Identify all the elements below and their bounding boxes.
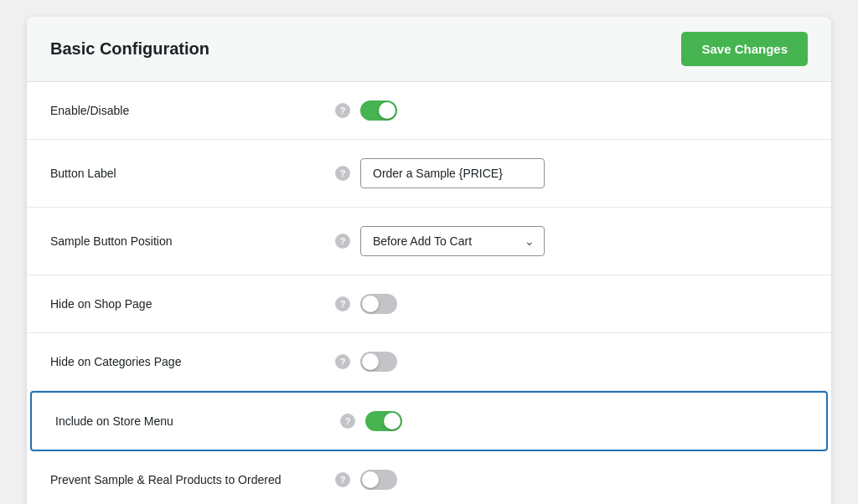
select-sample-button-position[interactable]: Before Add To CartAfter Add To CartBefor… [360,226,545,256]
settings-card: Basic Configuration Save Changes Enable/… [27,17,831,504]
row-control-enable-disable: ? [335,100,397,121]
row-label-hide-on-categories-page: Hide on Categories Page [50,355,335,368]
toggle-thumb-hide-on-shop-page [362,296,379,312]
help-icon-sample-button-position[interactable]: ? [335,234,350,249]
toggle-prevent-sample-real-products[interactable] [360,470,397,490]
row-control-button-label: ? [335,158,545,188]
toggle-include-on-store-menu[interactable] [365,411,402,431]
row-control-include-on-store-menu: ? [340,411,402,431]
toggle-track-enable-disable [360,100,397,121]
settings-row-enable-disable: Enable/Disable? [27,82,831,140]
toggle-hide-on-shop-page[interactable] [360,294,397,314]
row-label-hide-on-shop-page: Hide on Shop Page [50,297,335,311]
row-control-hide-on-shop-page: ? [335,294,397,314]
row-control-sample-button-position: ?Before Add To CartAfter Add To CartBefo… [335,226,545,256]
row-control-prevent-sample-real-products: ? [335,470,397,490]
help-icon-enable-disable[interactable]: ? [335,103,350,118]
row-label-sample-button-position: Sample Button Position [50,234,335,248]
help-icon-hide-on-categories-page[interactable]: ? [335,354,350,369]
save-button[interactable]: Save Changes [681,32,808,66]
toggle-enable-disable[interactable] [360,100,397,121]
settings-row-hide-on-shop-page: Hide on Shop Page? [27,275,831,333]
toggle-track-hide-on-categories-page [360,352,397,372]
settings-row-include-on-store-menu: Include on Store Menu? [30,391,828,451]
help-icon-include-on-store-menu[interactable]: ? [340,414,355,429]
help-icon-prevent-sample-real-products[interactable]: ? [335,472,350,487]
row-control-hide-on-categories-page: ? [335,352,397,372]
row-label-include-on-store-menu: Include on Store Menu [55,414,340,428]
text-input-button-label[interactable] [360,158,545,188]
toggle-hide-on-categories-page[interactable] [360,352,397,372]
select-wrapper-sample-button-position: Before Add To CartAfter Add To CartBefor… [360,226,545,256]
toggle-track-prevent-sample-real-products [360,470,397,490]
row-label-enable-disable: Enable/Disable [50,104,335,117]
toggle-track-hide-on-shop-page [360,294,397,314]
settings-row-sample-button-position: Sample Button Position?Before Add To Car… [27,208,831,275]
card-header: Basic Configuration Save Changes [27,17,831,82]
toggle-thumb-prevent-sample-real-products [362,471,379,488]
toggle-thumb-include-on-store-menu [384,413,401,429]
settings-row-button-label: Button Label? [27,140,831,208]
page-title: Basic Configuration [50,39,209,59]
toggle-thumb-hide-on-categories-page [362,353,379,370]
settings-rows: Enable/Disable?Button Label?Sample Butto… [27,82,831,504]
settings-row-hide-on-categories-page: Hide on Categories Page? [27,333,831,391]
row-label-button-label: Button Label [50,167,335,180]
toggle-thumb-enable-disable [379,102,395,119]
settings-row-prevent-sample-real-products: Prevent Sample & Real Products to Ordere… [27,451,831,504]
help-icon-button-label[interactable]: ? [335,166,350,181]
row-label-prevent-sample-real-products: Prevent Sample & Real Products to Ordere… [50,473,335,486]
toggle-track-include-on-store-menu [365,411,402,431]
help-icon-hide-on-shop-page[interactable]: ? [335,296,350,311]
